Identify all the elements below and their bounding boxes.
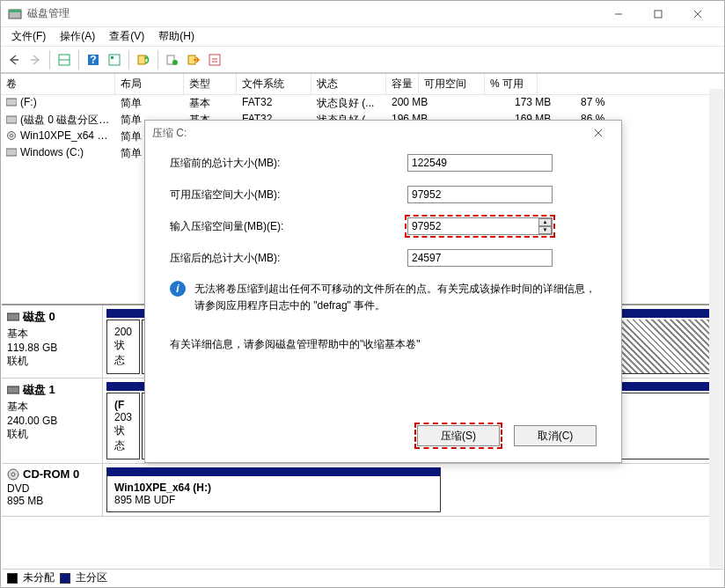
vertical-scrollbar[interactable] — [709, 89, 723, 568]
before-size-field — [407, 154, 553, 172]
menu-file[interactable]: 文件(F) — [4, 27, 53, 46]
minimize-button[interactable] — [598, 1, 638, 26]
menu-action[interactable]: 操作(A) — [53, 27, 102, 46]
before-size-label: 压缩前的总计大小(MB): — [170, 156, 407, 171]
info-text-1: 无法将卷压缩到超出任何不可移动的文件所在的点。有关完成该操作时间的详细信息，请参… — [194, 281, 597, 314]
disc-icon — [7, 468, 19, 481]
svg-rect-22 — [6, 116, 17, 123]
disk-label[interactable]: 磁盘 0 基本 119.88 GB 联机 — [2, 305, 103, 378]
legend-primary-swatch — [60, 573, 70, 584]
svg-point-29 — [11, 473, 15, 476]
svg-rect-21 — [6, 99, 17, 106]
spin-down-button[interactable]: ▼ — [538, 226, 552, 234]
drive-icon — [6, 148, 17, 157]
drive-icon — [6, 115, 17, 124]
col-volume[interactable]: 卷 — [1, 74, 115, 94]
svg-rect-18 — [209, 55, 220, 65]
svg-text:?: ? — [90, 54, 96, 66]
svg-rect-3 — [655, 11, 662, 18]
dialog-title: 压缩 C: — [152, 126, 582, 141]
rescan-button[interactable] — [163, 50, 182, 70]
attach-button[interactable] — [184, 50, 203, 70]
after-size-label: 压缩后的总计大小(MB): — [170, 251, 407, 266]
refresh-button[interactable] — [134, 50, 153, 70]
svg-rect-27 — [7, 386, 19, 393]
after-size-field — [407, 249, 553, 267]
info-text-2: 有关详细信息，请参阅磁盘管理帮助中的"收缩基本卷" — [170, 337, 597, 352]
drive-icon — [6, 98, 17, 107]
svg-rect-12 — [109, 55, 120, 65]
disk-segment[interactable]: Win10XPE_x64 (H:) 895 MB UDF — [106, 467, 441, 512]
back-button[interactable] — [4, 50, 24, 70]
disk-icon — [7, 385, 19, 395]
cancel-button[interactable]: 取消(C) — [514, 425, 597, 446]
detach-button[interactable] — [205, 50, 224, 70]
svg-point-16 — [172, 60, 178, 65]
svg-rect-25 — [6, 149, 17, 156]
menu-help[interactable]: 帮助(H) — [151, 27, 201, 46]
window-titlebar: 磁盘管理 — [1, 1, 724, 27]
available-shrink-field — [407, 186, 553, 203]
available-shrink-label: 可用压缩空间大小(MB): — [170, 187, 407, 202]
disk-segment[interactable]: (F 203 状态 — [106, 393, 140, 459]
menu-view[interactable]: 查看(V) — [102, 27, 151, 46]
col-capacity[interactable]: 容量 — [386, 74, 419, 94]
disk-label[interactable]: CD-ROM 0 DVD 895 MB — [2, 464, 103, 516]
menubar: 文件(F) 操作(A) 查看(V) 帮助(H) — [1, 27, 724, 47]
col-pct[interactable]: % 可用 — [485, 74, 538, 94]
shrink-amount-label: 输入压缩空间量(MB)(E): — [170, 219, 407, 234]
disk-segment[interactable]: 200 状态 — [106, 320, 140, 374]
svg-rect-13 — [111, 56, 114, 59]
col-free[interactable]: 可用空间 — [419, 74, 485, 94]
window-title: 磁盘管理 — [27, 6, 598, 21]
disc-icon — [6, 131, 17, 140]
legend: 未分配 主分区 — [2, 569, 723, 586]
shrink-amount-input[interactable] — [407, 217, 553, 235]
panel-button[interactable] — [55, 50, 74, 70]
col-type[interactable]: 类型 — [184, 74, 237, 94]
col-status[interactable]: 状态 — [311, 74, 386, 94]
disk-label[interactable]: 磁盘 1 基本 240.00 GB 联机 — [2, 379, 103, 463]
maximize-button[interactable] — [638, 1, 677, 26]
forward-button[interactable] — [26, 50, 45, 70]
legend-unallocated-label: 未分配 — [23, 570, 55, 585]
dialog-close-button[interactable] — [582, 121, 614, 144]
legend-primary-label: 主分区 — [76, 570, 107, 585]
info-icon: i — [170, 281, 186, 297]
svg-rect-26 — [7, 313, 19, 320]
shrink-amount-spinner[interactable]: ▲ ▼ — [407, 217, 553, 235]
toolbar: ? — [1, 47, 724, 73]
spin-up-button[interactable]: ▲ — [538, 218, 552, 226]
disk-icon — [7, 312, 19, 322]
svg-rect-1 — [9, 10, 21, 12]
col-layout[interactable]: 布局 — [115, 74, 184, 94]
properties-button[interactable] — [105, 50, 124, 70]
svg-point-24 — [11, 135, 13, 137]
disk-mgmt-icon — [8, 7, 22, 21]
shrink-dialog: 压缩 C: 压缩前的总计大小(MB): 可用压缩空间大小(MB): 输入压缩空间… — [144, 120, 622, 463]
table-row[interactable]: (F:) 简单 基本 FAT32 状态良好 (... 200 MB 173 MB… — [1, 95, 724, 112]
legend-unallocated-swatch — [7, 573, 18, 584]
col-filesystem[interactable]: 文件系统 — [237, 74, 311, 94]
svg-rect-14 — [138, 55, 145, 64]
help-button[interactable]: ? — [84, 50, 103, 70]
shrink-button[interactable]: 压缩(S) — [417, 425, 500, 446]
close-button[interactable] — [677, 1, 717, 26]
